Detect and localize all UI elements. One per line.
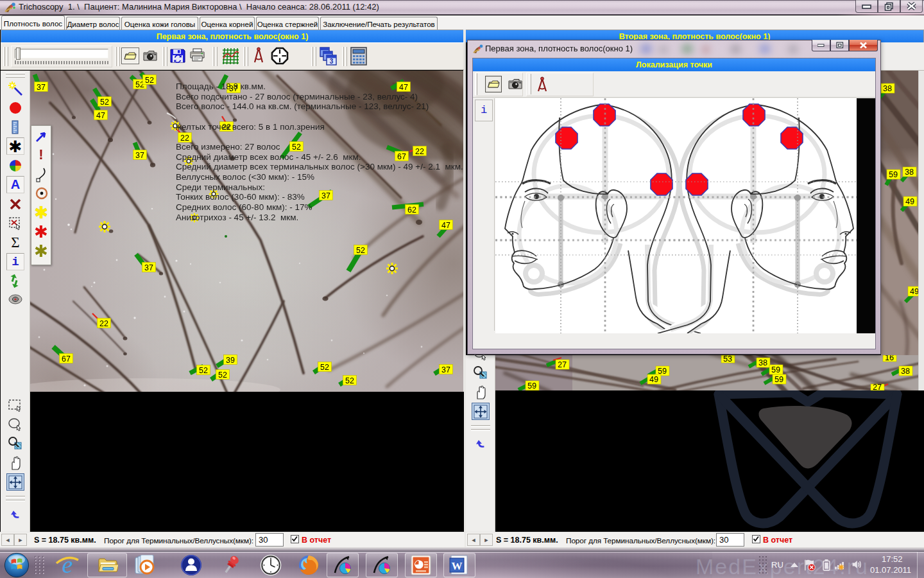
svg-text:16: 16 [885,355,894,362]
svg-text:38: 38 [905,168,914,177]
svg-text:37: 37 [37,83,46,92]
svg-text:38: 38 [883,84,892,93]
svg-text:59: 59 [771,365,780,374]
svg-text:49: 49 [649,375,658,384]
svg-text:37: 37 [441,365,450,374]
svg-text:47: 47 [96,111,105,120]
svg-text:49: 49 [905,197,914,206]
svg-text:38: 38 [758,358,767,367]
svg-text:59: 59 [889,170,898,179]
svg-text:53: 53 [723,355,732,363]
svg-text:52: 52 [345,376,354,385]
svg-text:52: 52 [100,98,109,107]
svg-text:27: 27 [873,383,882,390]
svg-text:37: 37 [144,263,153,272]
svg-text:59: 59 [774,375,783,384]
svg-text:37: 37 [135,151,144,160]
svg-text:49: 49 [910,287,918,296]
svg-text:59: 59 [527,381,536,390]
svg-text:3: 3 [330,58,334,65]
svg-text:67: 67 [62,355,71,363]
svg-text:22: 22 [99,319,108,328]
svg-text:38: 38 [901,367,910,376]
svg-text:52: 52 [145,76,154,85]
svg-text:52: 52 [199,366,208,375]
svg-text:27: 27 [558,360,567,369]
svg-text:52: 52 [356,246,365,255]
svg-text:39: 39 [226,356,235,365]
svg-text:52: 52 [218,371,227,380]
svg-text:52: 52 [320,363,329,372]
